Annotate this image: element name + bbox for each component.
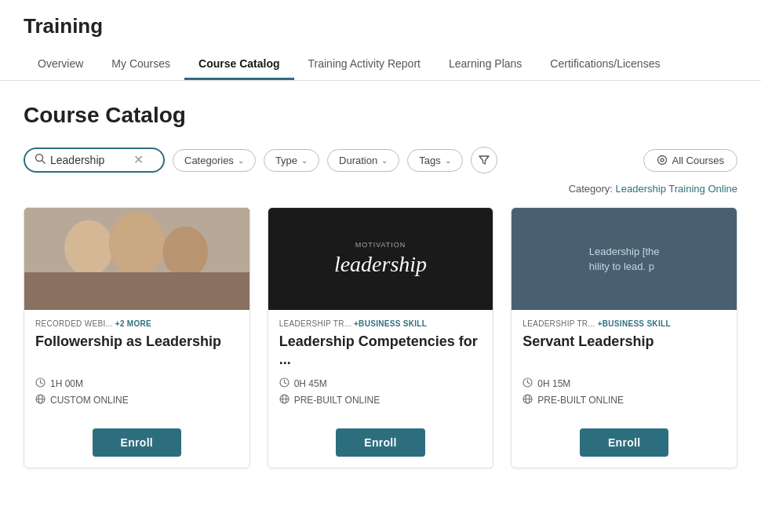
course-tags: RECORDED WEBI... +2 MORE — [35, 319, 238, 328]
filter-type-button[interactable]: Type⌄ — [264, 149, 319, 172]
enroll-button[interactable]: Enroll — [93, 428, 181, 457]
tab-certifications-licenses[interactable]: Certifications/Licenses — [536, 49, 674, 80]
course-duration: 1H 00M — [50, 378, 83, 389]
filter-buttons-container: Categories⌄Type⌄Duration⌄Tags⌄ — [173, 149, 463, 172]
filter-categories-button[interactable]: Categories⌄ — [173, 149, 256, 172]
course-thumbnail: motivation leadership — [268, 208, 493, 310]
course-tag-more: +BUSINESS SKILL — [354, 319, 427, 328]
clock-icon — [35, 377, 46, 390]
chevron-down-icon: ⌄ — [445, 156, 451, 165]
course-type: PRE-BUILT ONLINE — [294, 395, 380, 406]
globe-icon — [35, 394, 46, 406]
filter-duration-button[interactable]: Duration⌄ — [327, 149, 399, 172]
search-input[interactable] — [50, 154, 129, 166]
course-meta: 0H 45M PRE-BUILT ONLINE — [279, 377, 482, 406]
course-tag-more: +BUSINESS SKILL — [598, 319, 671, 328]
course-thumbnail: Leadership [the hility to lead. p — [512, 208, 737, 310]
svg-line-12 — [284, 382, 286, 384]
globe-icon — [523, 394, 533, 406]
course-duration-row: 0H 15M — [523, 377, 726, 390]
clear-search-button[interactable]: ✕ — [133, 154, 144, 166]
all-courses-label: All Courses — [672, 155, 724, 166]
course-tag-text: RECORDED WEBI... — [35, 319, 115, 328]
course-duration: 0H 45M — [294, 378, 327, 389]
svg-line-1 — [42, 161, 46, 164]
course-type: CUSTOM ONLINE — [50, 395, 129, 406]
enroll-button[interactable]: Enroll — [336, 428, 424, 457]
chevron-down-icon: ⌄ — [301, 156, 308, 165]
course-thumbnail — [24, 208, 249, 310]
course-meta: 1H 00M CUSTOM ONLINE — [35, 377, 238, 406]
nav-tabs: OverviewMy CoursesCourse CatalogTraining… — [24, 49, 737, 80]
course-title: Leadership Competencies for ... — [279, 333, 482, 370]
filter-label: Type — [275, 155, 297, 166]
main-content: Course Catalog ✕ Categories⌄Type⌄Duratio… — [0, 81, 761, 490]
course-tags: LEADERSHIP TR... +BUSINESS SKILL — [279, 319, 482, 328]
enroll-button-row: Enroll — [268, 421, 493, 468]
tab-my-courses[interactable]: My Courses — [97, 49, 184, 80]
courses-grid: RECORDED WEBI... +2 MORE Followership as… — [24, 207, 737, 468]
filter-bar: ✕ Categories⌄Type⌄Duration⌄Tags⌄ All Cou… — [24, 147, 737, 173]
filter-label: Duration — [339, 155, 377, 166]
app-container: Training OverviewMy CoursesCourse Catalo… — [0, 0, 761, 532]
course-type: PRE-BUILT ONLINE — [537, 395, 624, 406]
search-wrapper: ✕ — [24, 148, 165, 173]
course-duration-row: 0H 45M — [279, 377, 482, 390]
tab-overview[interactable]: Overview — [24, 49, 97, 80]
svg-line-18 — [528, 382, 530, 384]
course-tag-more: +2 MORE — [115, 319, 151, 328]
section-heading: Course Catalog — [24, 103, 737, 128]
svg-line-6 — [41, 382, 43, 384]
course-body: RECORDED WEBI... +2 MORE Followership as… — [24, 310, 249, 421]
clock-icon — [523, 377, 533, 390]
filter-label: Tags — [419, 155, 440, 166]
svg-point-3 — [661, 159, 664, 162]
course-body: LEADERSHIP TR... +BUSINESS SKILL Servant… — [512, 310, 737, 421]
course-card: RECORDED WEBI... +2 MORE Followership as… — [24, 207, 250, 468]
tab-training-activity-report[interactable]: Training Activity Report — [294, 49, 435, 80]
search-icon — [35, 153, 46, 167]
filter-tags-button[interactable]: Tags⌄ — [407, 149, 462, 172]
svg-point-2 — [657, 156, 666, 165]
course-card: Leadership [the hility to lead. p LEADER… — [511, 207, 737, 468]
course-duration-row: 1H 00M — [35, 377, 238, 390]
all-courses-button[interactable]: All Courses — [643, 149, 737, 172]
enroll-button-row: Enroll — [512, 421, 737, 468]
tab-learning-plans[interactable]: Learning Plans — [435, 49, 536, 80]
course-type-row: CUSTOM ONLINE — [35, 394, 238, 406]
course-tags: LEADERSHIP TR... +BUSINESS SKILL — [523, 319, 726, 328]
course-card: motivation leadership LEADERSHIP TR... +… — [268, 207, 494, 468]
page-header: Training OverviewMy CoursesCourse Catalo… — [0, 0, 761, 81]
clock-icon — [279, 377, 289, 390]
course-type-row: PRE-BUILT ONLINE — [523, 394, 726, 406]
course-duration: 0H 15M — [537, 378, 570, 389]
page-title: Training — [24, 14, 737, 38]
course-meta: 0H 15M PRE-BUILT ONLINE — [523, 377, 726, 406]
course-title: Followership as Leadership — [35, 333, 238, 370]
course-type-row: PRE-BUILT ONLINE — [279, 394, 482, 406]
category-link-row: Category: Leadership Training Online — [24, 183, 737, 195]
category-prefix: Category: — [569, 183, 616, 195]
filter-label: Categories — [184, 155, 234, 166]
enroll-button[interactable]: Enroll — [580, 428, 668, 457]
course-tag-text: LEADERSHIP TR... — [279, 319, 354, 328]
course-title: Servant Leadership — [523, 333, 726, 370]
course-body: LEADERSHIP TR... +BUSINESS SKILL Leaders… — [268, 310, 493, 421]
category-link[interactable]: Leadership Training Online — [616, 183, 737, 195]
globe-icon — [279, 394, 289, 406]
course-tag-text: LEADERSHIP TR... — [523, 319, 597, 328]
chevron-down-icon: ⌄ — [381, 156, 388, 165]
filter-funnel-button[interactable] — [471, 147, 497, 173]
enroll-button-row: Enroll — [24, 421, 249, 468]
tab-course-catalog[interactable]: Course Catalog — [184, 49, 293, 80]
chevron-down-icon: ⌄ — [238, 156, 244, 165]
